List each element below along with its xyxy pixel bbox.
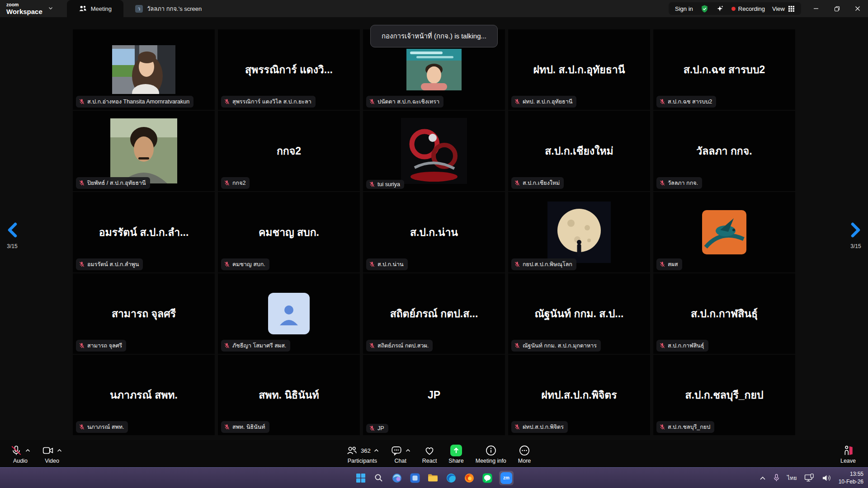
mic-muted-icon: [514, 99, 520, 105]
participant-tile[interactable]: ฝทป.ส.ป.ก.พิจิตร ฝทป.ส.ป.ก.พิจิตร: [508, 355, 650, 435]
participant-display-name: สถิตย์ภรณ์ กตป.ส...: [384, 305, 485, 322]
participant-name-pill: ปนัดดา ส.ป.ก.ฉะเชิงเทรา: [366, 96, 443, 108]
participant-tile[interactable]: ปิยพัทธ์ / ส.ป.ก.อุทัยธานี: [73, 111, 215, 191]
participant-name-pill: ส.ป.ก.ฉช สารบบ2 ฝทป. ส.ป.ก.อุทัยธานี: [511, 96, 576, 108]
participant-tile[interactable]: กยป.ส.ป.ก.พิษณุโลก: [508, 192, 650, 272]
participant-name-pill: นภาภรณ์ สพท.: [76, 421, 128, 433]
participant-display-name: สุพรรณิการ์ แดงวิ...: [239, 61, 339, 78]
participant-display-name: อมรรัตน์ ส.ป.ก.ลำ...: [93, 224, 195, 240]
logo-zoom-text: zoom: [6, 2, 42, 7]
firefox-browser-icon[interactable]: [463, 472, 475, 484]
audio-options-chevron-icon[interactable]: [25, 449, 30, 452]
chevron-right-icon[interactable]: [849, 222, 863, 238]
meeting-info-button[interactable]: Meeting info: [470, 440, 512, 468]
recording-indicator[interactable]: Recording: [731, 5, 765, 12]
blue-app-icon[interactable]: [409, 472, 421, 484]
restore-button[interactable]: [826, 0, 847, 17]
participant-name: นภาภรณ์ สพท.: [87, 422, 124, 432]
participants-options-chevron-icon[interactable]: [374, 449, 379, 452]
leave-button[interactable]: Leave: [835, 440, 862, 468]
participant-name-pill: สถิตย์ภรณ์ กตป.สวผ.: [366, 340, 433, 352]
zoom-app-icon[interactable]: zm: [500, 472, 512, 484]
audio-button[interactable]: Audio: [5, 440, 36, 468]
participant-tile[interactable]: ส.ป.ก.เชียงใหม่ ส.ป.ก.เชียงใหม่: [508, 111, 650, 191]
mic-muted-icon: [79, 99, 85, 105]
participant-tile[interactable]: วัลลภา กกจ. วัลลภา กกจ.: [653, 111, 795, 191]
participant-name-pill: ส.ป.ก.กาฬสินธุ์: [656, 340, 708, 352]
shield-check-icon[interactable]: [700, 5, 709, 13]
participant-tile[interactable]: ส.ป.ก.อ่างทอง Thansita Amornratvarakun: [73, 29, 215, 110]
workspace-chevron-down-icon[interactable]: [48, 5, 53, 13]
participant-tile[interactable]: ส.ป.ก.ฉช สารบบ2 ส.ป.ก.ฉช สารบบ2: [653, 29, 795, 110]
participant-name-pill: สพท. นิธินันท์: [221, 421, 269, 433]
participant-tile[interactable]: ฝทป. ส.ป.ก.อุทัยธานี ส.ป.ก.ฉช สารบบ2 ฝทป…: [508, 29, 650, 110]
windows-start-icon[interactable]: [354, 472, 367, 484]
participant-tile[interactable]: นภาภรณ์ สพท. นภาภรณ์ สพท.: [73, 355, 215, 435]
tab-shared-screen[interactable]: ว วัลลภา กกจ.'s screen: [123, 0, 213, 17]
participant-name: ส.ป.ก.เชียงใหม่: [523, 178, 560, 188]
chevron-left-icon[interactable]: [5, 222, 19, 238]
close-button[interactable]: [847, 0, 868, 17]
participant-tile[interactable]: อมรรัตน์ ส.ป.ก.ลำ... อมรรัตน์ ส.ป.ก.ลำพู…: [73, 192, 215, 272]
participant-tile[interactable]: ภัชธีญา โสมาศรี สผส.: [218, 273, 360, 354]
participant-display-name: สามารถ จุลศรี: [105, 305, 182, 322]
search-icon[interactable]: [373, 472, 385, 484]
more-button[interactable]: More: [512, 440, 537, 468]
participant-tile[interactable]: tui suriya: [363, 111, 505, 191]
participant-name: ส.ป.ก.ชลบุรี_กยป: [668, 422, 710, 432]
participant-tile[interactable]: สพท. นิธินันท์ สพท. นิธินันท์: [218, 355, 360, 435]
participant-tile[interactable]: สามารถ จุลศรี สามารถ จุลศรี: [73, 273, 215, 354]
share-button[interactable]: Share: [443, 440, 469, 468]
tab-meeting[interactable]: Meeting: [67, 0, 123, 17]
system-tray: ไทย 13:55 10-Feb-26: [760, 468, 863, 488]
participants-button[interactable]: 362 Participants: [340, 440, 385, 468]
react-button[interactable]: React: [416, 440, 443, 468]
ellipsis-icon: [519, 445, 530, 456]
participant-name-pill: ส.ป.ก.ชลบุรี_กยป: [656, 421, 714, 433]
tray-chevron-up-icon[interactable]: [760, 476, 766, 480]
participant-name-pill: กยป.ส.ป.ก.พิษณุโลก: [511, 258, 576, 270]
file-explorer-icon[interactable]: [427, 472, 439, 484]
participant-tile[interactable]: ส.ป.ก.น่าน ส.ป.ก.น่าน: [363, 192, 505, 272]
chat-bubble-icon: [391, 445, 402, 456]
taskbar-clock[interactable]: 13:55 10-Feb-26: [839, 470, 863, 485]
minimize-button[interactable]: [806, 0, 826, 17]
shared-screen-icon: ว: [135, 5, 143, 13]
participant-tile[interactable]: ณัฐนันท์ กกม. ส.ป... ณัฐนันท์ กกม. ส.ป.ก…: [508, 273, 650, 354]
keyboard-language-indicator[interactable]: ไทย: [787, 474, 797, 483]
taskbar-active-app-highlight: zm: [499, 471, 514, 485]
zoom-meeting-window: zoom Workspace Meeting ว วัลลภา กกจ.'s s…: [0, 0, 868, 488]
participant-display-name: ส.ป.ก.กาฬสินธุ์: [684, 305, 764, 322]
mic-muted-icon: [369, 343, 375, 349]
participant-name-pill: ส.ป.ก.อ่างทอง Thansita Amornratvarakun: [76, 96, 193, 108]
copilot-icon[interactable]: [391, 472, 403, 484]
participant-display-name: ส.ป.ก.เชียงใหม่: [538, 143, 619, 159]
edge-browser-icon[interactable]: [445, 472, 457, 484]
window-controls: [806, 0, 868, 17]
line-app-icon[interactable]: [481, 472, 493, 484]
participant-tile[interactable]: JP JP: [363, 355, 505, 435]
speaker-icon[interactable]: [822, 474, 831, 482]
title-bar: zoom Workspace Meeting ว วัลลภา กกจ.'s s…: [0, 0, 868, 17]
participant-display-name: JP: [421, 389, 447, 401]
sign-in-button[interactable]: Sign in: [675, 5, 693, 12]
chat-button[interactable]: Chat: [385, 440, 416, 468]
participant-name: ส.ป.ก.อ่างทอง Thansita Amornratvarakun: [87, 97, 189, 106]
participant-tile[interactable]: คมชาญ สบก. คมชาญ สบก.: [218, 192, 360, 272]
participant-name: ส.ป.ก.น่าน: [377, 260, 404, 269]
video-options-chevron-icon[interactable]: [57, 449, 62, 452]
participant-tile[interactable]: ส.ป.ก.กาฬสินธุ์ ส.ป.ก.กาฬสินธุ์: [653, 273, 795, 354]
taskbar-date: 10-Feb-26: [839, 478, 863, 485]
chat-options-chevron-icon[interactable]: [406, 449, 410, 452]
tray-mic-icon[interactable]: [773, 474, 780, 482]
participant-tile[interactable]: สถิตย์ภรณ์ กตป.ส... สถิตย์ภรณ์ กตป.สวผ.: [363, 273, 505, 354]
participant-tile[interactable]: สผส: [653, 192, 795, 272]
participant-tile[interactable]: ส.ป.ก.ชลบุรี_กยป ส.ป.ก.ชลบุรี_กยป: [653, 355, 795, 435]
participant-tile[interactable]: กกจ2 กกจ2: [218, 111, 360, 191]
pc-status-icon[interactable]: [804, 474, 815, 482]
participant-tile[interactable]: สุพรรณิการ์ แดงวิ... สุพรรณิการ์ แดงวิไล…: [218, 29, 360, 110]
video-button[interactable]: Video: [36, 440, 68, 468]
ai-companion-sparkle-icon[interactable]: [716, 5, 724, 13]
taskbar-apps: zm: [354, 468, 514, 488]
view-button[interactable]: View: [772, 5, 795, 12]
